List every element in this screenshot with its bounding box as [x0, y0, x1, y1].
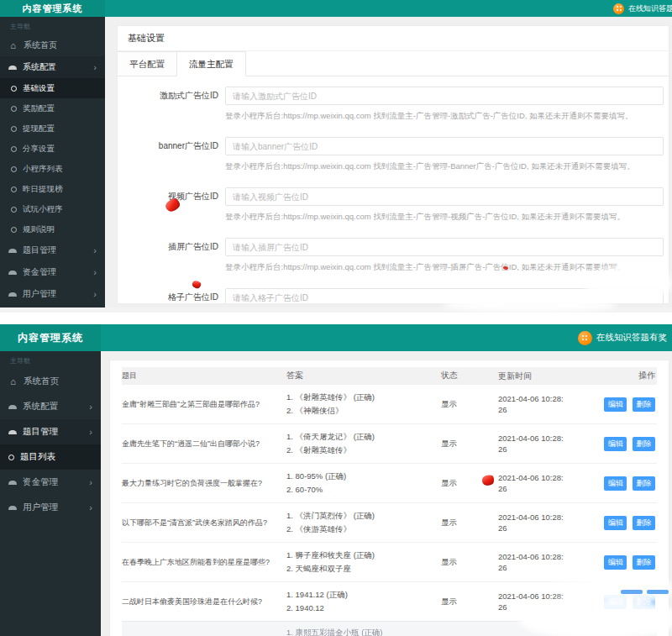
col-header-updated: 更新时间 [475, 371, 592, 381]
updated-line2: 26 [498, 523, 592, 534]
sidebar-item-trial-miniapp[interactable]: 试玩小程序 [0, 199, 105, 219]
table-row: 金庸“射雕三部曲”之第三部曲是哪部作品? 1. 《射雕英雄传》 (正确) 2. … [122, 384, 657, 423]
question-cell: 以下哪部不是“清宫派”武侠名家踏风的作品? [122, 518, 286, 528]
edit-button[interactable]: 编辑 [604, 516, 627, 530]
answer-option-2: 2. 《神雕侠侣》 [286, 404, 438, 418]
sidebar-item-fund-mgmt[interactable]: 资金管理 › [0, 470, 101, 495]
delete-button[interactable]: 删除 [633, 555, 655, 570]
updated-line1: 2021-04-06 10:28: [498, 512, 592, 523]
status-cell: 显示 [438, 478, 475, 489]
sidebar-item-miniapp-list[interactable]: 小程序列表 [0, 159, 105, 179]
sidebar-item-label: 提现配置 [23, 124, 55, 134]
circle-icon [11, 207, 17, 213]
col-header-status: 状态 [438, 370, 475, 381]
sidebar-item-user-mgmt[interactable]: 用户管理 › [0, 283, 105, 305]
card-title: 基础设置 [118, 26, 669, 51]
sidebar-item-label: 系统首页 [24, 376, 59, 387]
actions-cell: 编辑 删除 [592, 437, 657, 451]
sidebar-item-withdraw-config[interactable]: 提现配置 [0, 118, 105, 139]
sidebar-item-label: 用户管理 [23, 288, 56, 300]
sidebar-item-question-mgmt[interactable]: 题目管理 › [0, 419, 101, 444]
status-cell: 显示 [438, 399, 475, 410]
top-header-bar: 内容管理系统 在线知识答题有奖 [0, 0, 672, 17]
gauge-icon [8, 481, 17, 485]
edit-button[interactable]: 编辑 [604, 555, 627, 570]
sidebar-item-label: 用户管理 [23, 502, 58, 513]
video-ad-id-input[interactable] [225, 187, 664, 206]
banner-ad-id-input[interactable] [225, 137, 664, 155]
sidebar-item-user-mgmt[interactable]: 用户管理 › [0, 495, 101, 520]
sidebar-item-label: 分享设置 [23, 144, 55, 155]
chevron-right-icon: › [89, 478, 92, 487]
settings-card: 基础设置 平台配置 流量主配置 激励式广告位ID 登录小程序后台:https:/… [117, 25, 669, 304]
circle-icon [11, 86, 17, 92]
sidebar-item-reward-config[interactable]: 奖励配置 [0, 98, 105, 118]
answer-option-1: 1. 1941.12 (正确) [286, 588, 438, 602]
circle-icon [11, 187, 17, 192]
answer-cell: 1. 《倚天屠龙记》 (正确) 2. 《射雕英雄传》 [286, 430, 438, 457]
sidebar-item-question-list[interactable]: 题目列表 [0, 444, 101, 470]
sidebar-item-label: 资金管理 [23, 266, 56, 278]
updated-cell: 2021-04-06 10:28: 26 [475, 393, 592, 415]
field-label: banner广告位ID [118, 137, 225, 155]
screenshot-settings-page: 内容管理系统 在线知识答题有奖 主导航 ⌂ 系统首页 系统配置 › 基础设置 奖… [0, 0, 672, 313]
updated-line1: 2021-04-06 10:28: [498, 472, 592, 483]
circle-icon [11, 126, 17, 132]
sidebar-item-rules[interactable]: 规则说明 [0, 219, 105, 239]
blurred-edit-button-remnant [621, 590, 643, 594]
sidebar-item-system-config[interactable]: 系统配置 › [0, 56, 105, 78]
chevron-right-icon: › [93, 290, 97, 299]
sidebar-item-fund-mgmt[interactable]: 资金管理 › [0, 261, 105, 283]
sidebar-item-home[interactable]: ⌂ 系统首页 [0, 369, 101, 394]
answer-cell: 1. 《洪门英烈传》 (正确) 2. 《侠游英雄传》 [286, 509, 438, 536]
sidebar-item-label: 试玩小程序 [23, 204, 63, 215]
gauge-icon [8, 271, 17, 275]
edit-button[interactable]: 编辑 [604, 397, 627, 412]
edit-button[interactable]: 编辑 [604, 476, 627, 491]
sidebar: 主导航 ⌂ 系统首页 系统配置 › 题目管理 › 题目列表 资金管理 › 用户管… [0, 351, 101, 636]
answer-option-1: 1. 《射雕英雄传》 (正确) [286, 391, 438, 404]
field-label: 激励式广告位ID [118, 87, 225, 105]
circle-icon [11, 106, 17, 112]
answer-option-2: 2. 《侠游英雄传》 [286, 523, 438, 536]
header-user-badge[interactable]: 在线知识答题有奖 [613, 3, 672, 14]
sidebar-item-basic-settings[interactable]: 基础设置 [0, 78, 105, 98]
interstitial-ad-id-input[interactable] [225, 238, 664, 256]
circle-icon [8, 455, 14, 460]
gauge-icon [8, 292, 17, 297]
sidebar-item-system-config[interactable]: 系统配置 › [0, 394, 101, 419]
field-help-text: 登录小程序后台:https://mp.weixin.qq.com 找到流量主-广… [225, 211, 669, 223]
col-header-actions: 操作 [592, 370, 657, 381]
status-cell: 显示 [438, 518, 475, 528]
field-video-ad: 视频广告位ID 登录小程序后台:https://mp.weixin.qq.com… [118, 187, 664, 223]
updated-line2: 26 [498, 562, 592, 573]
home-icon: ⌂ [8, 41, 18, 50]
delete-button[interactable]: 删除 [633, 516, 655, 530]
sidebar-item-home[interactable]: ⌂ 系统首页 [0, 34, 105, 56]
header-user-badge[interactable]: 在线知识答题有奖 [578, 331, 672, 345]
answer-option-1: 1. 康熙五彩描金小瓶 (正确) [286, 626, 438, 636]
question-cell: 金庸“射雕三部曲”之第三部曲是哪部作品? [122, 399, 286, 410]
answer-option-1: 1. 80-95% (正确) [286, 470, 438, 483]
header-badge-label: 在线知识答题有奖 [596, 332, 667, 344]
chevron-right-icon: › [93, 268, 97, 277]
sidebar-item-label: 资金管理 [23, 476, 58, 488]
header-badge-label: 在线知识答题有奖 [628, 3, 672, 14]
delete-button[interactable]: 删除 [633, 437, 655, 451]
field-banner-ad: banner广告位ID 登录小程序后台:https://mp.weixin.qq… [118, 137, 664, 172]
question-cell: 最大力量练习时它的负荷强度一般掌握在? [122, 478, 286, 489]
sidebar-item-yesterday-withdraw-rank[interactable]: 昨日提现榜 [0, 179, 105, 199]
sidebar-item-question-mgmt[interactable]: 题目管理 › [0, 239, 105, 261]
delete-button[interactable]: 删除 [633, 476, 655, 491]
tab-bar: 平台配置 流量主配置 [118, 51, 669, 76]
circle-icon [11, 227, 17, 233]
delete-button[interactable]: 删除 [633, 397, 655, 412]
edit-button[interactable]: 编辑 [604, 437, 627, 451]
reward-ad-id-input[interactable] [225, 87, 664, 105]
tab-traffic-config[interactable]: 流量主配置 [176, 51, 246, 76]
tab-platform-config[interactable]: 平台配置 [117, 51, 177, 76]
actions-cell: 编辑 删除 [592, 555, 657, 570]
sidebar-item-label: 昨日提现榜 [23, 184, 63, 195]
table-row: 以下哪部不是“清宫派”武侠名家踏风的作品? 1. 《洪门英烈传》 (正确) 2.… [122, 502, 657, 542]
sidebar-item-share-settings[interactable]: 分享设置 [0, 139, 105, 159]
